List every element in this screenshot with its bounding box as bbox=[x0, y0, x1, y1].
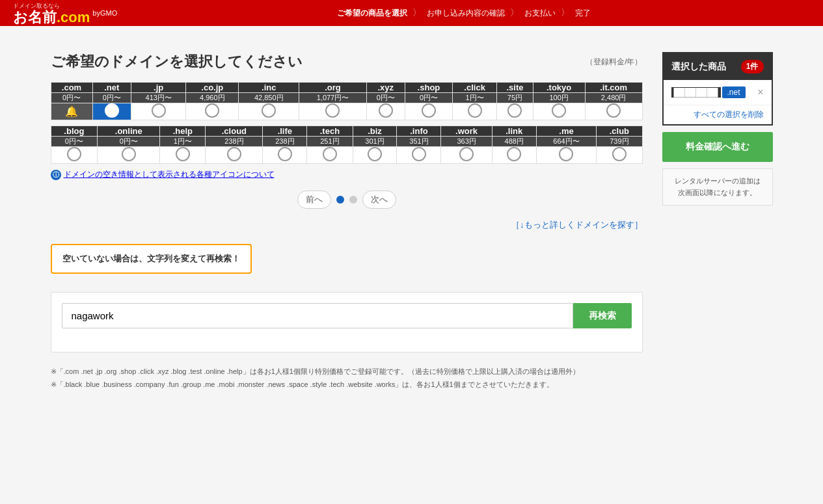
price-me: 664円〜 bbox=[536, 137, 597, 147]
tld-tech: .tech bbox=[307, 126, 353, 137]
radio-blog[interactable] bbox=[51, 147, 98, 164]
main-container: ご希望のドメインを選択してください （登録料金/年） .com .net .jp… bbox=[0, 26, 823, 418]
price-tokyo: 100円 bbox=[533, 93, 585, 103]
price-cloud: 238円 bbox=[206, 137, 263, 147]
page-title-row: ご希望のドメインを選択してください （登録料金/年） bbox=[51, 52, 643, 72]
confirm-button[interactable]: 料金確認へ進む bbox=[662, 132, 773, 162]
server-note: レンタルサーバーの追加は次画面以降になります。 bbox=[662, 168, 773, 206]
price-help: 1円〜 bbox=[160, 137, 206, 147]
tld-help: .help bbox=[160, 126, 206, 137]
price-note: （登録料金/年） bbox=[586, 57, 642, 68]
clear-all-link[interactable]: すべての選択を削除 bbox=[694, 110, 764, 119]
radio-info[interactable] bbox=[397, 147, 441, 164]
radio-me[interactable] bbox=[536, 147, 597, 164]
radio-tokyo[interactable] bbox=[533, 103, 585, 120]
footer-notes: ※「.com .net .jp .org .shop .click .xyz .… bbox=[51, 365, 643, 391]
radio-life[interactable] bbox=[263, 147, 307, 164]
tld-biz: .biz bbox=[353, 126, 397, 137]
more-link-area: ［↓もっと詳しくドメインを探す］ bbox=[51, 219, 643, 231]
tld-link: .link bbox=[492, 126, 536, 137]
remove-domain-button[interactable]: × bbox=[757, 86, 763, 98]
price-click: 1円〜 bbox=[452, 93, 496, 103]
search-button[interactable]: 再検索 bbox=[573, 303, 632, 328]
logo-area: ドメイン取るなら お名前.com byGMO bbox=[13, 2, 117, 25]
page-dot-1[interactable] bbox=[336, 196, 344, 204]
price-online: 0円〜 bbox=[98, 137, 160, 147]
tld-it-com: .it.com bbox=[585, 83, 642, 93]
tld-work: .work bbox=[441, 126, 492, 137]
next-page-button[interactable]: 次へ bbox=[362, 191, 396, 209]
arrow-1: 〉 bbox=[412, 7, 422, 19]
price-work: 363円 bbox=[441, 137, 492, 147]
price-jp: 413円〜 bbox=[131, 93, 185, 103]
radio-co-jp[interactable] bbox=[186, 103, 239, 120]
info-link[interactable]: ドメインの空き情報として表示される各種アイコンについて bbox=[64, 169, 275, 180]
radio-online[interactable] bbox=[98, 147, 160, 164]
info-icon: ⓘ bbox=[51, 170, 61, 180]
radio-link[interactable] bbox=[492, 147, 536, 164]
price-biz: 301円 bbox=[353, 137, 397, 147]
tld-blog: .blog bbox=[51, 126, 98, 137]
domain-display: ████████.net bbox=[671, 87, 746, 98]
page-dot-2[interactable] bbox=[349, 196, 357, 204]
radio-shop[interactable] bbox=[405, 103, 453, 120]
sidebar-title: 選択した商品 bbox=[671, 61, 726, 73]
price-site: 75円 bbox=[497, 93, 533, 103]
search-input[interactable] bbox=[62, 303, 573, 328]
tld-club: .club bbox=[597, 126, 642, 137]
pagination: 前へ 次へ bbox=[51, 191, 643, 209]
tld-shop: .shop bbox=[405, 83, 453, 93]
retry-box: 空いていない場合は、文字列を変えて再検索！ bbox=[51, 244, 252, 274]
sidebar-header: 選択した商品 1件 bbox=[664, 53, 772, 80]
more-domain-link[interactable]: ［↓もっと詳しくドメインを探す］ bbox=[511, 220, 643, 230]
step-3: お支払い bbox=[519, 8, 561, 19]
logo: ドメイン取るなら お名前.com bbox=[13, 2, 90, 25]
domain-tld-tag: .net bbox=[722, 86, 746, 98]
arrow-2: 〉 bbox=[510, 7, 519, 19]
radio-site[interactable] bbox=[497, 103, 533, 120]
retry-box-wrapper: 空いていない場合は、文字列を変えて再検索！ bbox=[51, 244, 643, 284]
radio-jp[interactable] bbox=[131, 103, 185, 120]
price-link: 488円 bbox=[492, 137, 536, 147]
radio-it-com[interactable] bbox=[585, 103, 642, 120]
radio-org[interactable] bbox=[299, 103, 366, 120]
radio-click[interactable] bbox=[452, 103, 496, 120]
arrow-3: 〉 bbox=[561, 7, 570, 19]
radio-tech[interactable] bbox=[307, 147, 353, 164]
radio-biz[interactable] bbox=[353, 147, 397, 164]
tld-click: .click bbox=[452, 83, 496, 93]
tld-xyz: .xyz bbox=[366, 83, 405, 93]
price-co-jp: 4,960円 bbox=[186, 93, 239, 103]
content-area: ご希望のドメインを選択してください （登録料金/年） .com .net .jp… bbox=[51, 52, 643, 391]
price-org: 1,077円〜 bbox=[299, 93, 366, 103]
tld-inc: .inc bbox=[239, 83, 299, 93]
price-it-com: 2,480円 bbox=[585, 93, 642, 103]
tld-org: .org bbox=[299, 83, 366, 93]
price-xyz: 0円〜 bbox=[366, 93, 405, 103]
sidebar-count-badge: 1件 bbox=[741, 60, 764, 73]
tld-co-jp: .co.jp bbox=[186, 83, 239, 93]
radio-cloud[interactable] bbox=[206, 147, 263, 164]
radio-inc[interactable] bbox=[239, 103, 299, 120]
sidebar: 選択した商品 1件 ████████.net × すべての選択を削除 料金確認へ… bbox=[662, 52, 773, 391]
domain-table-row2: .blog .online .help .cloud .life .tech .… bbox=[51, 126, 643, 164]
radio-club[interactable] bbox=[597, 147, 642, 164]
prev-page-button[interactable]: 前へ bbox=[297, 191, 331, 209]
step-2: お申し込み内容の確認 bbox=[422, 8, 510, 19]
radio-work[interactable] bbox=[441, 147, 492, 164]
radio-com[interactable]: 🔔 bbox=[51, 103, 92, 120]
tld-net: .net bbox=[92, 83, 131, 93]
tld-info: .info bbox=[397, 126, 441, 137]
price-info: 351円 bbox=[397, 137, 441, 147]
tld-com: .com bbox=[51, 83, 92, 93]
info-link-area: ⓘ ドメインの空き情報として表示される各種アイコンについて bbox=[51, 169, 643, 180]
tld-jp: .jp bbox=[131, 83, 185, 93]
logo-gmo: byGMO bbox=[92, 9, 117, 17]
price-tech: 251円 bbox=[307, 137, 353, 147]
price-club: 739円 bbox=[597, 137, 642, 147]
radio-help[interactable] bbox=[160, 147, 206, 164]
radio-net-selected[interactable] bbox=[92, 103, 131, 120]
tld-site: .site bbox=[497, 83, 533, 93]
radio-xyz[interactable] bbox=[366, 103, 405, 120]
step-4: 完了 bbox=[570, 8, 596, 19]
